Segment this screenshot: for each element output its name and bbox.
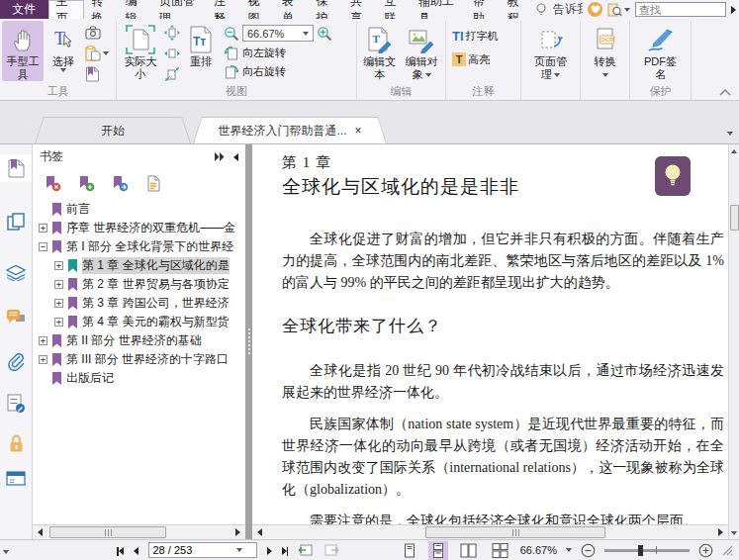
panel-destinations-button[interactable] <box>0 467 33 491</box>
zoom-out-button[interactable] <box>581 543 596 558</box>
prev-page-button[interactable] <box>134 544 139 556</box>
bookmark-item-part1[interactable]: − 第 I 部分 全球化背景下的世界经 <box>39 237 245 256</box>
panel-attachments-button[interactable] <box>0 348 33 376</box>
tab-start[interactable]: 开始 <box>35 117 191 143</box>
expander-icon[interactable]: + <box>54 318 63 327</box>
document-vscrollbar[interactable] <box>728 144 739 539</box>
clipboard-button[interactable] <box>85 45 109 62</box>
menu-tab-tutorial[interactable]: 教程 <box>500 0 533 19</box>
panel-security-button[interactable] <box>0 429 33 457</box>
bookmarks-hscrollbar[interactable] <box>33 524 245 539</box>
scrollbar-thumb[interactable] <box>425 526 605 538</box>
page-number-box[interactable] <box>148 542 257 558</box>
bookmark-item-chapter1[interactable]: + 第 1 章 全球化与区域化的是 <box>54 256 245 275</box>
rotate-right-button[interactable]: 向右旋转 <box>224 63 332 79</box>
bookmark-item-chapter3[interactable]: + 第 3 章 跨国公司，世界经济 <box>54 294 245 313</box>
menu-tab-connect[interactable]: 互联 <box>378 0 412 19</box>
menu-tab-help[interactable]: 帮助 <box>466 0 500 19</box>
layout-single-page-button[interactable] <box>400 541 419 560</box>
statusbar-zoom-value[interactable]: 66.67% <box>520 544 557 556</box>
scroll-down-icon[interactable] <box>729 526 739 539</box>
panel-splitter[interactable] <box>245 144 252 539</box>
pdf-sign-button[interactable]: PDF签名 <box>637 21 685 81</box>
find-input[interactable] <box>635 2 726 17</box>
menu-tab-view[interactable]: 视图 <box>241 0 275 19</box>
reflow-button[interactable]: Tт 重排 <box>182 21 220 68</box>
menu-tab-protect[interactable]: 保护 <box>310 0 343 19</box>
bookmark-item-chapter4[interactable]: + 第 4 章 美元的霸权与新型货 <box>54 313 245 331</box>
menu-tab-edit[interactable]: 编辑 <box>119 0 152 19</box>
goto-bookmark-icon[interactable] <box>112 175 129 192</box>
first-page-button[interactable] <box>117 544 124 556</box>
bookmark-item-part2[interactable]: + 第 II 部分 世界经济的基础 <box>39 331 245 350</box>
menu-tab-organize[interactable]: 页面管理 <box>152 0 207 19</box>
bookmark-item-prologue[interactable]: + 序章 世界经济的双重危机——金 <box>39 219 245 237</box>
page-number-input[interactable] <box>149 544 236 556</box>
next-view-icon[interactable] <box>323 543 339 557</box>
layout-continuous-button[interactable] <box>428 541 448 560</box>
collapse-panel-icon[interactable] <box>233 153 238 161</box>
menu-tab-share[interactable]: 共享 <box>343 0 377 19</box>
scrollbar-thumb[interactable] <box>730 205 739 231</box>
menu-tab-accessibility[interactable]: 辅助工具 <box>412 0 466 19</box>
layout-facing-button[interactable] <box>457 541 480 560</box>
bookmark-item-preface[interactable]: 前言 <box>39 200 245 219</box>
search-document-icon[interactable] <box>607 3 630 17</box>
panel-pages-button[interactable] <box>0 208 33 235</box>
zoom-slider-thumb[interactable] <box>638 545 643 556</box>
file-menu-button[interactable]: 文件 <box>0 0 48 19</box>
typewriter-button[interactable]: TI 打字机 <box>452 27 499 45</box>
menu-tab-form[interactable]: 表单 <box>275 0 309 19</box>
expander-icon[interactable]: − <box>39 242 47 251</box>
caret-down-icon[interactable] <box>566 548 572 552</box>
menu-tab-convert[interactable]: 转换 <box>84 0 118 19</box>
delete-bookmark-icon[interactable] <box>45 175 61 192</box>
menubar-overflow-icon[interactable] <box>731 6 736 14</box>
zoom-in-icon[interactable] <box>317 26 332 42</box>
next-page-button[interactable] <box>267 544 272 556</box>
expand-panel-icon[interactable] <box>214 152 226 161</box>
hand-tool-button[interactable]: 手型工具 <box>2 21 44 81</box>
last-page-button[interactable] <box>282 544 289 556</box>
expander-icon[interactable]: + <box>54 261 63 270</box>
zoom-slider[interactable] <box>604 549 690 552</box>
tab-close-icon[interactable]: × <box>355 125 362 137</box>
zoom-level-combobox[interactable]: 66.67% <box>242 25 314 42</box>
document-hscrollbar[interactable] <box>252 524 728 539</box>
bookmark-item-part3[interactable]: + 第 III 部分 世界经济的十字路口 <box>39 350 245 369</box>
edit-object-button[interactable]: 编辑对象 <box>401 21 443 81</box>
tell-me-lightbulb-icon[interactable] <box>534 2 548 17</box>
tell-me-label[interactable]: 告诉我 <box>553 1 583 18</box>
actual-size-button[interactable]: 实际大小 <box>119 21 162 81</box>
add-bookmark-icon[interactable] <box>78 175 95 192</box>
page-management-button[interactable]: 页面管理 <box>525 21 577 81</box>
scroll-right-icon[interactable] <box>231 525 245 539</box>
scroll-left-icon[interactable] <box>33 525 47 539</box>
statusbar-panel-toggle-icon[interactable] <box>3 550 9 554</box>
pdf-page[interactable]: 第 1 章 全球化与区域化的是是非非 全球化促进了财富的增加，但它并非只有积极的… <box>252 144 728 524</box>
previous-view-icon[interactable] <box>298 543 314 557</box>
edit-text-button[interactable]: T 编辑文本 <box>359 21 401 81</box>
expand-bookmarks-icon[interactable] <box>145 175 161 192</box>
scroll-left-icon[interactable] <box>252 525 267 539</box>
panel-bookmarks-button[interactable] <box>0 154 33 182</box>
expander-icon[interactable]: + <box>39 355 47 364</box>
tab-document[interactable]: 世界经济入门帮助普通... × <box>193 117 387 143</box>
resize-grip-icon[interactable] <box>722 545 733 556</box>
expander-icon[interactable]: + <box>54 299 63 308</box>
expander-icon[interactable]: + <box>39 336 47 345</box>
menu-tab-home[interactable]: 主页 <box>48 0 84 19</box>
panel-signatures-button[interactable] <box>0 390 33 418</box>
convert-button[interactable]: OCR 转换 <box>584 21 627 81</box>
select-tool-button[interactable]: T 选择 <box>44 21 83 72</box>
fit-visible-button[interactable] <box>164 65 180 83</box>
scroll-right-icon[interactable] <box>713 525 728 539</box>
expander-icon[interactable]: + <box>39 224 47 233</box>
zoom-out-icon[interactable] <box>224 26 239 42</box>
zoom-in-button[interactable] <box>698 543 713 558</box>
fit-width-button[interactable] <box>164 45 180 62</box>
scrollbar-thumb[interactable] <box>49 526 166 538</box>
favorites-heart-icon[interactable] <box>588 2 602 17</box>
rotate-left-button[interactable]: 向左旋转 <box>224 45 332 60</box>
expander-icon[interactable]: + <box>54 280 63 289</box>
